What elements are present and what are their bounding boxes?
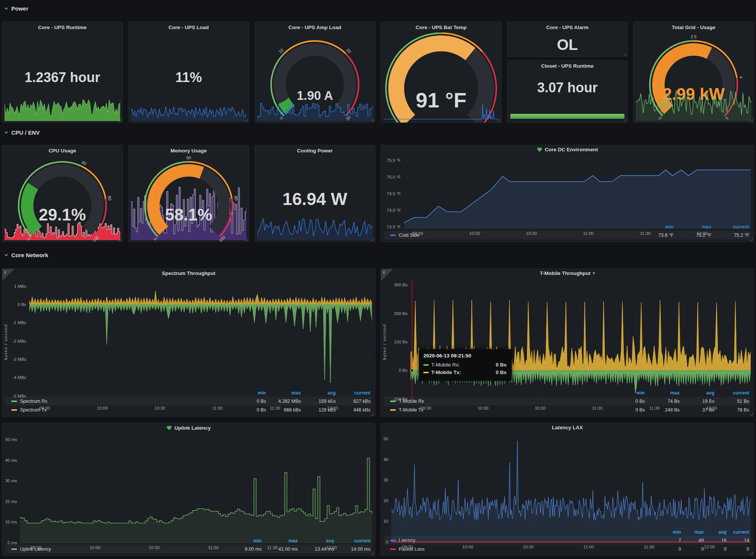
- svg-text:2.5: 2.5: [691, 34, 696, 39]
- stat-value: 1.2367 hour: [2, 70, 122, 85]
- svg-text:12:00: 12:00: [326, 545, 337, 550]
- timeseries-chart[interactable]: 09:3010:0010:3011:0011:3012:0075.5 °F75.…: [381, 154, 754, 223]
- svg-text:-3 MBs: -3 MBs: [12, 357, 26, 362]
- section-label: Core Network: [11, 252, 48, 258]
- timeseries-chart[interactable]: 09:3010:0010:3011:0011:3012:005040302010…: [381, 432, 754, 528]
- stat-value: 3.07 hour: [507, 80, 627, 96]
- svg-text:50 ms: 50 ms: [5, 437, 17, 442]
- svg-text:29.1%: 29.1%: [39, 205, 86, 224]
- svg-text:11:30: 11:30: [649, 406, 660, 410]
- panel-title[interactable]: Core - UPS Amp Load: [255, 22, 375, 33]
- panel-cpu-usage: CPU Usage 0608010029.1%: [2, 145, 123, 242]
- heart-icon: [537, 147, 542, 152]
- resize-handle[interactable]: [371, 412, 374, 415]
- timeseries-chart[interactable]: 09:3010:0010:3011:0011:3012:001 MBs0 Bs-…: [2, 278, 375, 389]
- svg-text:09:30: 09:30: [420, 406, 431, 410]
- svg-text:bytes / second: bytes / second: [382, 324, 387, 360]
- svg-text:200 Bs: 200 Bs: [394, 311, 407, 316]
- panel-title[interactable]: Memory Usage: [129, 145, 249, 156]
- panel-title[interactable]: Core DC Environment: [381, 145, 754, 154]
- section-header-cpu-env[interactable]: CPU / ENV: [4, 129, 40, 136]
- panel-title[interactable]: Spectrum Throughput: [2, 269, 375, 278]
- resize-handle[interactable]: [371, 118, 374, 121]
- svg-text:12:00: 12:00: [706, 406, 717, 410]
- panel-total-grid-usage: Total Grid - Usage 02.5452.99 kW: [633, 22, 754, 123]
- svg-text:80: 80: [233, 196, 239, 201]
- resize-handle[interactable]: [497, 118, 500, 121]
- panel-title[interactable]: Cooling Power: [255, 145, 375, 156]
- sparkline: [383, 98, 499, 121]
- chevron-down-icon: [4, 130, 9, 135]
- svg-text:10:00: 10:00: [477, 406, 488, 410]
- tooltip-series-row: T-Mobile Tx: 0 Bs: [423, 370, 507, 375]
- svg-text:30 ms: 30 ms: [5, 478, 17, 483]
- resize-handle[interactable]: [623, 53, 626, 56]
- resize-handle[interactable]: [750, 118, 753, 121]
- panel-title[interactable]: CPU Usage: [2, 145, 122, 156]
- svg-text:11:00: 11:00: [583, 231, 594, 236]
- resize-handle[interactable]: [623, 118, 626, 121]
- panel-menu-caret-icon[interactable]: ▾: [593, 271, 595, 276]
- panel-title[interactable]: Core - UPS Alarm: [507, 22, 627, 33]
- panel-title[interactable]: T-Mobile Throughput ▾: [381, 269, 754, 278]
- gauge: 0608010029.1%: [2, 156, 122, 242]
- tooltip-series-row: T-Mobile Rx: 0 Bs: [423, 362, 507, 368]
- timeseries-chart[interactable]: 09:3010:0010:3011:0011:3012:0050 ms40 ms…: [2, 432, 375, 537]
- resize-handle[interactable]: [750, 551, 753, 554]
- svg-text:10:30: 10:30: [535, 406, 546, 410]
- svg-text:74.0 °F: 74.0 °F: [387, 208, 401, 212]
- resize-handle[interactable]: [118, 238, 121, 241]
- resize-handle[interactable]: [118, 118, 121, 121]
- svg-text:60: 60: [81, 160, 87, 166]
- tooltip-timestamp: 2020-06-13 09:21:50: [423, 353, 507, 359]
- resize-handle[interactable]: [245, 238, 248, 241]
- svg-text:09:30: 09:30: [39, 406, 50, 410]
- resize-handle[interactable]: [245, 118, 248, 121]
- chart-tooltip: 2020-06-13 09:21:50 T-Mobile Rx: 0 Bs T-…: [419, 349, 512, 381]
- chevron-down-icon: [4, 6, 9, 11]
- svg-text:-100 Bs: -100 Bs: [393, 397, 408, 401]
- series-swatch: [423, 364, 429, 366]
- svg-text:12:00: 12:00: [704, 545, 715, 549]
- svg-text:80: 80: [107, 196, 112, 201]
- panel-title[interactable]: Uplink Latency: [2, 423, 375, 432]
- resize-handle[interactable]: [371, 551, 374, 554]
- stat-value: OL: [507, 36, 627, 53]
- panel-title[interactable]: Core - UPS Runtime: [2, 22, 122, 33]
- panel-title[interactable]: Total Grid - Usage: [634, 22, 754, 33]
- panel-ups-alarm: Core - UPS Alarm OL: [507, 22, 628, 57]
- panel-title[interactable]: Latency LAX: [381, 423, 754, 432]
- grafana-dashboard: Power CPU / ENV Core Network Core - UPS …: [0, 0, 756, 559]
- panel-ups-amp-load: Core - UPS Amp Load 01020301.90 A: [254, 22, 375, 123]
- section-header-power[interactable]: Power: [4, 5, 28, 12]
- panel-tmobile-throughput: i T-Mobile Throughput ▾ 09:3010:0010:301…: [381, 269, 754, 417]
- svg-text:1 MBs: 1 MBs: [14, 284, 26, 288]
- svg-text:0 Bs: 0 Bs: [18, 302, 26, 307]
- svg-text:30: 30: [383, 478, 388, 483]
- panel-title[interactable]: Closet - UPS Runtime: [507, 61, 627, 71]
- svg-text:300 Bs: 300 Bs: [394, 283, 407, 287]
- svg-text:74.5 °F: 74.5 °F: [387, 191, 401, 196]
- resize-handle[interactable]: [371, 238, 374, 241]
- section-header-core-network[interactable]: Core Network: [4, 252, 48, 258]
- series-swatch: [423, 372, 429, 373]
- svg-text:12:00: 12:00: [327, 406, 338, 410]
- panel-closet-ups-runtime: Closet - UPS Runtime 3.07 hour: [507, 60, 628, 123]
- svg-text:12:00: 12:00: [697, 231, 708, 236]
- sparkline: [257, 212, 373, 240]
- resize-handle[interactable]: [750, 238, 753, 241]
- panel-ups-runtime: Core - UPS Runtime 1.2367 hour: [2, 22, 123, 123]
- svg-text:58.1%: 58.1%: [165, 205, 212, 224]
- svg-text:-4 MBs: -4 MBs: [12, 375, 26, 380]
- panel-title[interactable]: Core - UPS Load: [129, 22, 249, 33]
- section-label: Power: [11, 5, 28, 12]
- svg-text:11:30: 11:30: [270, 406, 280, 410]
- resize-handle[interactable]: [750, 412, 753, 415]
- panel-title[interactable]: Core - UPS Bat Temp: [381, 22, 501, 33]
- svg-text:10:30: 10:30: [149, 545, 160, 550]
- svg-text:09:30: 09:30: [31, 545, 42, 550]
- svg-text:100 Bs: 100 Bs: [394, 340, 407, 344]
- svg-text:75.0 °F: 75.0 °F: [387, 175, 401, 179]
- svg-text:10:00: 10:00: [469, 231, 480, 236]
- panel-cooling-power: Cooling Power 16.94 W: [254, 145, 375, 242]
